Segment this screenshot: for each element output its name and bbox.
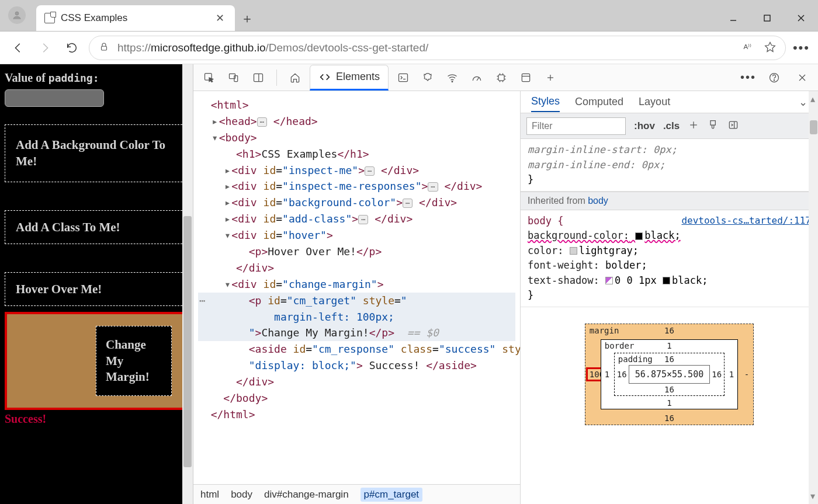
- hov-toggle[interactable]: :hov: [634, 120, 655, 132]
- elements-pane: <html> ▸<head>⋯ </head> ▾<body> <h1>CSS …: [193, 91, 521, 504]
- style-rule-block-body[interactable]: devtools-cs…tarted/:117 body { backgroun…: [521, 210, 818, 307]
- change-margin-container: Change My Margin!: [5, 312, 188, 410]
- svg-point-0: [15, 12, 19, 15]
- styles-filter-input[interactable]: [526, 117, 626, 135]
- success-text: Success!: [5, 412, 188, 426]
- hover-box[interactable]: Hover Over Me!: [5, 272, 188, 306]
- styles-tabs: Styles Computed Layout ⌄: [521, 91, 818, 113]
- bgcolor-box[interactable]: Add A Background Color To Me!: [5, 124, 188, 182]
- browser-toolbar: https://microsoftedge.github.io/Demos/de…: [0, 32, 818, 64]
- svg-rect-13: [399, 74, 408, 81]
- forward-button[interactable]: [35, 38, 55, 58]
- settings-menu-button[interactable]: •••: [793, 40, 810, 55]
- memory-tab-icon[interactable]: [491, 68, 511, 88]
- network-tab-icon[interactable]: [442, 68, 462, 88]
- read-aloud-icon[interactable]: A⁾⁾: [742, 41, 754, 55]
- browser-titlebar: CSS Examples ✕ ＋: [0, 0, 818, 32]
- chevron-down-icon[interactable]: ⌄: [799, 96, 807, 109]
- svg-rect-26: [522, 74, 529, 81]
- dock-right-icon[interactable]: [727, 119, 739, 133]
- rendered-page-pane: Value of padding: Add A Background Color…: [0, 64, 193, 504]
- inspect-element-icon[interactable]: [199, 68, 219, 88]
- window-controls: [716, 5, 818, 31]
- devtools-more-button[interactable]: •••: [740, 71, 756, 84]
- tab-layout[interactable]: Layout: [639, 92, 670, 112]
- inherited-from-bar: Inherited from body: [521, 192, 818, 210]
- svg-rect-5: [102, 46, 107, 50]
- favorite-icon[interactable]: [764, 41, 776, 55]
- refresh-button[interactable]: [62, 38, 82, 58]
- performance-tab-icon[interactable]: [467, 68, 487, 88]
- welcome-tab-icon[interactable]: [285, 68, 305, 88]
- breadcrumb: html body div#change-margin p#cm_target: [193, 484, 520, 504]
- lock-icon: [99, 41, 109, 54]
- svg-text:A⁾⁾: A⁾⁾: [743, 43, 751, 50]
- crumb-body[interactable]: body: [231, 489, 252, 500]
- svg-rect-11: [254, 74, 263, 81]
- sources-tab-icon[interactable]: [418, 68, 438, 88]
- style-rule-block-1[interactable]: margin-inline-start: 0px; margin-inline-…: [521, 139, 818, 192]
- svg-rect-17: [498, 75, 504, 81]
- page-favicon-icon: [44, 13, 55, 23]
- dock-side-icon[interactable]: [248, 68, 268, 88]
- styles-pane: Styles Computed Layout ⌄ :hov .cls margi…: [521, 91, 818, 504]
- tab-computed[interactable]: Computed: [575, 92, 623, 112]
- new-tab-button[interactable]: ＋: [235, 6, 259, 31]
- change-margin-box[interactable]: Change My Margin!: [96, 326, 172, 396]
- cls-toggle[interactable]: .cls: [663, 120, 680, 132]
- tab-close-button[interactable]: ✕: [213, 9, 227, 27]
- svg-rect-2: [764, 15, 770, 21]
- minimize-button[interactable]: [716, 5, 750, 31]
- styles-toolbar: :hov .cls: [521, 113, 818, 139]
- box-model-content: 56.875×55.500: [629, 365, 710, 384]
- padding-input[interactable]: [5, 89, 104, 107]
- crumb-p[interactable]: p#cm_target: [361, 488, 423, 502]
- devtools: Elements ••• <html> ▸<head>⋯ </head> ▾<b…: [193, 64, 818, 504]
- browser-tab[interactable]: CSS Examples ✕: [36, 5, 235, 31]
- application-tab-icon[interactable]: [516, 68, 536, 88]
- tab-title: CSS Examples: [61, 12, 207, 24]
- devtools-tabstrip: Elements •••: [193, 64, 818, 91]
- crumb-div[interactable]: div#change-margin: [264, 489, 349, 500]
- svg-marker-7: [765, 42, 775, 51]
- workspace: Value of padding: Add A Background Color…: [0, 64, 818, 504]
- back-button[interactable]: [8, 38, 28, 58]
- source-link[interactable]: devtools-cs…tarted/:117: [681, 214, 811, 228]
- close-window-button[interactable]: [784, 5, 818, 31]
- box-model-diagram[interactable]: margin 16 100 - 16 border 1 1 1 1: [521, 307, 818, 505]
- page-scrollbar[interactable]: [182, 64, 193, 504]
- dom-tree[interactable]: <html> ▸<head>⋯ </head> ▾<body> <h1>CSS …: [193, 91, 520, 484]
- profile-avatar[interactable]: [8, 6, 26, 24]
- tab-styles[interactable]: Styles: [531, 92, 560, 112]
- svg-point-15: [452, 81, 453, 82]
- more-tabs-button[interactable]: [540, 68, 560, 88]
- paint-brush-icon[interactable]: [708, 119, 719, 133]
- svg-point-31: [774, 79, 774, 80]
- crumb-html[interactable]: html: [200, 489, 219, 500]
- styles-scrollbar[interactable]: ▴ ▾: [809, 91, 818, 504]
- device-emulation-icon[interactable]: [224, 68, 244, 88]
- profile-avatar-slot: [0, 0, 34, 31]
- elements-tab[interactable]: Elements: [310, 65, 389, 91]
- svg-line-16: [477, 77, 479, 81]
- console-tab-icon[interactable]: [393, 68, 413, 88]
- maximize-button[interactable]: [750, 5, 784, 31]
- close-devtools-button[interactable]: [792, 68, 812, 88]
- address-bar[interactable]: https://microsoftedge.github.io/Demos/de…: [89, 36, 786, 60]
- padding-label: Value of padding:: [5, 71, 188, 85]
- url-text: https://microsoftedge.github.io/Demos/de…: [117, 41, 428, 54]
- new-style-rule-icon[interactable]: [688, 119, 699, 133]
- help-icon[interactable]: [764, 68, 784, 88]
- addclass-box[interactable]: Add A Class To Me!: [5, 210, 188, 244]
